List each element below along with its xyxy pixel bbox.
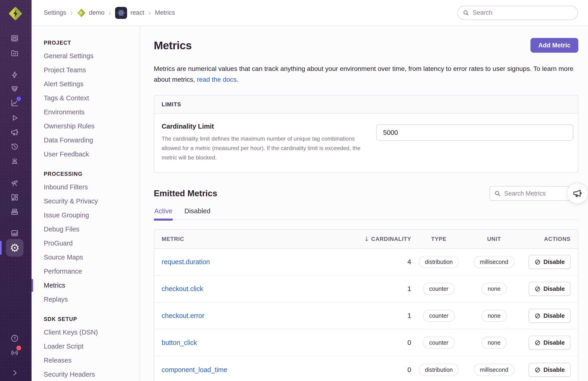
unit-badge: millisecond: [474, 364, 515, 376]
tab-active[interactable]: Active: [154, 206, 173, 220]
cardinality-value: 1: [365, 285, 411, 293]
nav-item-general-settings[interactable]: General Settings: [32, 49, 140, 63]
replays-icon[interactable]: [9, 112, 20, 123]
metric-name-link[interactable]: button_click: [162, 339, 365, 346]
nav-item-environments[interactable]: Environments: [32, 105, 140, 119]
col-header-metric: METRIC: [162, 236, 365, 242]
nav-item-data-forwarding[interactable]: Data Forwarding: [32, 133, 140, 147]
app-window: ⚙ ? Settings ›: [0, 0, 588, 381]
table-row: request.duration 4 distribution millisec…: [154, 249, 578, 276]
page-title: Metrics: [154, 39, 192, 52]
metrics-table-header: METRIC ↓ CARDINALITY TYPE UNIT ACTIONS: [154, 230, 578, 249]
cardinality-limit-input[interactable]: [376, 124, 573, 140]
nav-item-proguard[interactable]: ProGuard: [32, 236, 140, 250]
block-icon: [534, 259, 541, 265]
nav-item-user-feedback[interactable]: User Feedback: [32, 147, 140, 161]
metric-name-link[interactable]: checkout.error: [162, 312, 365, 320]
nav-item-project-teams[interactable]: Project Teams: [32, 63, 140, 77]
disable-button[interactable]: Disable: [529, 282, 571, 296]
nav-item-replays[interactable]: Replays: [32, 292, 140, 306]
emitted-metrics-head: Emitted Metrics: [154, 186, 578, 201]
help-icon[interactable]: ?: [9, 333, 20, 344]
add-metric-button[interactable]: Add Metric: [530, 38, 578, 53]
disable-button-label: Disable: [544, 312, 565, 319]
tab-disabled[interactable]: Disabled: [184, 206, 211, 220]
nav-section-sdk-setup: SDK SETUP: [44, 313, 140, 325]
projects-icon[interactable]: [9, 47, 20, 59]
breadcrumb-org[interactable]: demo: [77, 8, 105, 18]
nav-item-loader-script[interactable]: Loader Script: [32, 339, 140, 353]
disable-button[interactable]: Disable: [529, 255, 571, 269]
feedback-fab-button[interactable]: [567, 183, 588, 204]
chevron-right-icon: ›: [66, 8, 77, 17]
breadcrumb-current-page[interactable]: Metrics: [155, 9, 175, 16]
nav-item-releases[interactable]: Releases: [32, 353, 140, 367]
disable-button[interactable]: Disable: [529, 336, 571, 350]
global-search: [458, 6, 578, 20]
chevron-right-icon: ›: [105, 8, 115, 17]
breadcrumb-project-label[interactable]: react: [130, 9, 144, 16]
nav-item-inbound-filters[interactable]: Inbound Filters: [32, 180, 140, 194]
sentry-logo-icon[interactable]: [8, 6, 22, 21]
type-badge: distribution: [419, 256, 459, 268]
metrics-notification-dot: [17, 97, 21, 101]
nav-item-security-privacy[interactable]: Security & Privacy: [32, 194, 140, 208]
nav-item-source-maps[interactable]: Source Maps: [32, 250, 140, 264]
nav-item-client-keys[interactable]: Client Keys (DSN): [32, 325, 140, 339]
crons-icon[interactable]: [9, 141, 20, 152]
org-avatar-icon: [77, 8, 86, 18]
feedback-icon[interactable]: [9, 126, 20, 138]
col-header-cardinality[interactable]: ↓ CARDINALITY: [365, 236, 411, 242]
page-head: Metrics Add Metric: [154, 38, 578, 53]
metric-name-link[interactable]: request.duration: [162, 258, 365, 266]
nav-item-tags-context[interactable]: Tags & Context: [32, 91, 140, 105]
breadcrumb-project[interactable]: react: [115, 7, 144, 19]
search-metrics-input[interactable]: [489, 186, 578, 201]
nav-item-security-headers[interactable]: Security Headers: [32, 367, 140, 381]
nav-item-debug-files[interactable]: Debug Files: [32, 222, 140, 236]
metric-name-link[interactable]: checkout.click: [162, 285, 365, 293]
table-row: component_load_time 0 distribution milli…: [154, 356, 578, 381]
limits-panel-title: LIMITS: [154, 96, 578, 114]
type-badge: counter: [423, 283, 455, 295]
shell: Settings › demo ›: [32, 0, 588, 381]
metrics-table: METRIC ↓ CARDINALITY TYPE UNIT ACTIONS r…: [154, 229, 578, 381]
breadcrumb-settings[interactable]: Settings: [44, 9, 66, 16]
settings-icon[interactable]: ⚙: [6, 239, 23, 257]
discover-icon[interactable]: [9, 177, 20, 188]
read-the-docs-link[interactable]: read the docs: [197, 76, 237, 83]
global-search-input[interactable]: [458, 6, 578, 20]
breadcrumb-org-label[interactable]: demo: [89, 9, 105, 16]
cardinality-limit-label: Cardinality Limit: [162, 123, 365, 130]
nav-item-issue-grouping[interactable]: Issue Grouping: [32, 208, 140, 222]
svg-text:?: ?: [13, 336, 16, 341]
disable-button[interactable]: Disable: [529, 363, 571, 377]
alerts-icon[interactable]: [9, 156, 20, 167]
col-header-unit: UNIT: [466, 236, 522, 242]
emitted-metrics-title: Emitted Metrics: [154, 189, 217, 198]
cardinality-value: 0: [365, 366, 411, 374]
disable-button[interactable]: Disable: [529, 309, 571, 323]
releases-icon[interactable]: [9, 206, 20, 217]
search-icon: [462, 9, 469, 16]
breadcrumb: Settings › demo ›: [44, 7, 175, 19]
metric-name-link[interactable]: component_load_time: [162, 366, 365, 374]
nav-item-performance[interactable]: Performance: [32, 264, 140, 278]
topbar: Settings › demo ›: [32, 0, 588, 26]
metric-search-area: [489, 186, 578, 201]
updates-notification-dot: [16, 346, 21, 350]
dashboards-icon[interactable]: [9, 192, 20, 203]
nav-section-project: PROJECT: [44, 37, 140, 49]
nav-item-alert-settings[interactable]: Alert Settings: [32, 77, 140, 91]
profiling-icon[interactable]: [9, 83, 20, 95]
collapse-sidebar-icon[interactable]: [9, 367, 20, 378]
cardinality-value: 0: [365, 339, 411, 346]
performance-icon[interactable]: [9, 69, 20, 80]
col-header-actions: ACTIONS: [522, 236, 570, 242]
nav-item-metrics[interactable]: Metrics: [32, 278, 140, 292]
stats-icon[interactable]: [9, 228, 20, 239]
issues-icon[interactable]: [9, 33, 20, 44]
page-description: Metrics are numerical values that can tr…: [154, 63, 578, 85]
gear-icon: ⚙: [10, 242, 20, 253]
nav-item-ownership-rules[interactable]: Ownership Rules: [32, 119, 140, 133]
